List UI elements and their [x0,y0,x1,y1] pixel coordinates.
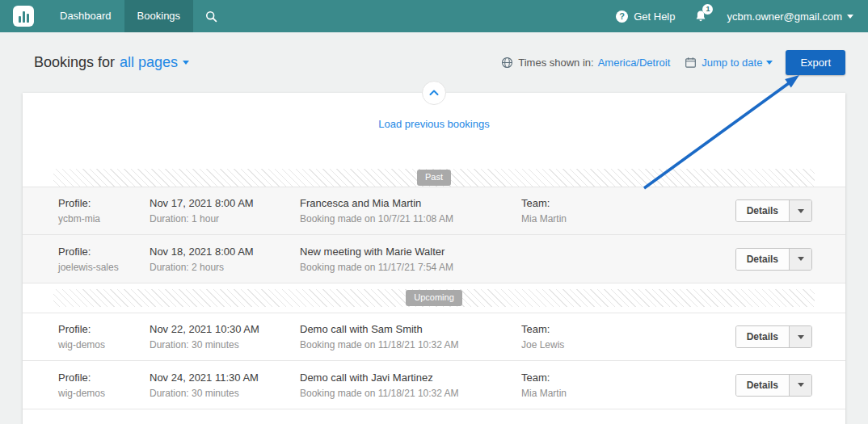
details-button[interactable]: Details [736,326,789,347]
notification-badge: 1 [702,4,713,15]
details-button[interactable]: Details [736,249,789,270]
profile-column: Profile: joelewis-sales [58,246,150,273]
profile-value: ycbm-mia [58,213,150,225]
profile-column: Profile: wig-demos [58,323,150,351]
help-icon: ? [616,10,628,23]
chevron-down-icon [766,61,773,65]
title-column: Francesca and Mia Martin Booking made on… [300,197,521,225]
team-column: Team: Mia Martin [521,372,735,399]
booking-made: Booking made on 11/18/21 10:32 AM [300,388,521,399]
chevron-down-icon [798,209,804,213]
collapse-chevron-up-icon[interactable] [422,81,446,105]
search-icon[interactable] [193,0,230,32]
details-dropdown-toggle[interactable] [789,249,811,270]
ycbm-logo[interactable] [13,6,34,27]
details-split-button: Details [735,325,812,348]
details-button[interactable]: Details [736,375,789,396]
team-value: Mia Martin [521,213,735,225]
booking-row: Profile: wig-demos Nov 22, 2021 10:30 AM… [23,313,845,361]
title-column: New meeting with Marie Walter Booking ma… [300,246,521,273]
load-previous-bookings-link[interactable]: Load previous bookings [378,118,489,130]
nav-bookings[interactable]: Bookings [124,0,193,32]
booking-duration: Duration: 30 minutes [150,388,300,399]
profile-label: Profile: [58,372,150,384]
booking-made: Booking made on 11/17/21 7:54 AM [300,262,521,273]
details-split-button: Details [735,248,812,271]
booking-title: New meeting with Marie Walter [300,246,521,258]
details-dropdown-toggle[interactable] [789,200,811,221]
team-label: Team: [521,372,735,384]
get-help-label: Get Help [634,10,675,23]
chevron-down-icon [847,15,853,19]
page-filter-dropdown[interactable]: all pages [120,54,189,71]
profile-label: Profile: [58,246,150,258]
booking-datetime: Nov 22, 2021 10:30 AM [150,323,300,335]
notifications-bell-icon[interactable]: 1 [694,10,707,23]
user-email: ycbm.owner@gmail.com [727,10,842,23]
logo-bar [23,11,25,23]
date-column: Nov 24, 2021 11:30 AM Duration: 30 minut… [150,372,300,399]
chevron-down-icon [798,383,804,387]
team-column: Team: Mia Martin [521,197,735,225]
details-dropdown-toggle[interactable] [789,375,811,396]
booking-datetime: Nov 18, 2021 8:00 AM [150,246,300,258]
team-value: Mia Martin [521,388,735,399]
booking-datetime: Nov 17, 2021 8:00 AM [150,197,300,209]
top-navbar: Dashboard Bookings ? Get Help 1 ycbm.own… [0,0,868,32]
profile-label: Profile: [58,197,150,209]
booking-duration: Duration: 2 hours [150,262,300,273]
booking-duration: Duration: 1 hour [150,213,300,225]
title-column: Demo call with Sam Smith Booking made on… [300,323,521,351]
logo-bar [27,14,29,23]
details-dropdown-toggle[interactable] [789,326,811,347]
profile-column: Profile: ycbm-mia [58,197,150,225]
profile-value: wig-demos [58,388,150,399]
team-label: Team: [521,197,735,209]
team-value: Joe Lewis [521,339,735,351]
booking-title: Demo call with Sam Smith [300,323,521,335]
booking-made: Booking made on 11/18/21 10:32 AM [300,339,521,351]
page-title-text: Bookings for [34,54,115,71]
details-split-button: Details [735,199,812,222]
user-account-menu[interactable]: ycbm.owner@gmail.com [727,10,853,23]
logo-bar [19,16,21,23]
chevron-down-icon [798,257,804,261]
timezone-link[interactable]: America/Detroit [598,57,671,69]
nav-dashboard[interactable]: Dashboard [47,0,124,32]
details-split-button: Details [735,374,812,397]
page-title: Bookings for all pages [34,54,189,71]
title-column: Demo call with Javi Martinez Booking mad… [300,372,521,399]
booking-title: Demo call with Javi Martinez [300,372,521,384]
profile-value: joelewis-sales [58,262,150,273]
booking-title: Francesca and Mia Martin [300,197,521,209]
booking-row: Profile: ycbm-mia Nov 17, 2021 8:00 AM D… [23,187,845,235]
date-column: Nov 22, 2021 10:30 AM Duration: 30 minut… [150,323,300,351]
team-label: Team: [521,323,735,335]
booking-datetime: Nov 24, 2021 11:30 AM [150,372,300,384]
booking-row: Profile: joelewis-sales Nov 18, 2021 8:0… [23,235,845,283]
team-column: Team: Joe Lewis [521,323,735,351]
booking-duration: Duration: 30 minutes [150,339,300,351]
profile-column: Profile: wig-demos [58,372,150,399]
jump-to-date-dropdown[interactable]: Jump to date [702,57,773,69]
bookings-list-card: Load previous bookings Past Profile: ycb… [23,93,845,424]
times-shown-label: Times shown in: [518,57,593,69]
get-help-button[interactable]: ? Get Help [616,10,675,23]
globe-icon [501,57,513,69]
details-button[interactable]: Details [736,200,789,221]
section-divider-past: Past [53,169,815,187]
section-divider-upcoming: Upcoming [53,289,815,307]
booking-row: Profile: wig-demos Nov 24, 2021 11:30 AM… [23,361,845,409]
booking-made: Booking made on 10/7/21 11:08 AM [300,213,521,225]
chevron-down-icon [183,61,189,65]
profile-value: wig-demos [58,339,150,351]
section-badge: Past [417,170,451,185]
chevron-down-icon [798,335,804,339]
profile-label: Profile: [58,323,150,335]
date-column: Nov 18, 2021 8:00 AM Duration: 2 hours [150,246,300,273]
export-button[interactable]: Export [786,50,845,75]
date-column: Nov 17, 2021 8:00 AM Duration: 1 hour [150,197,300,225]
section-badge: Upcoming [406,290,462,305]
calendar-icon [685,57,697,69]
